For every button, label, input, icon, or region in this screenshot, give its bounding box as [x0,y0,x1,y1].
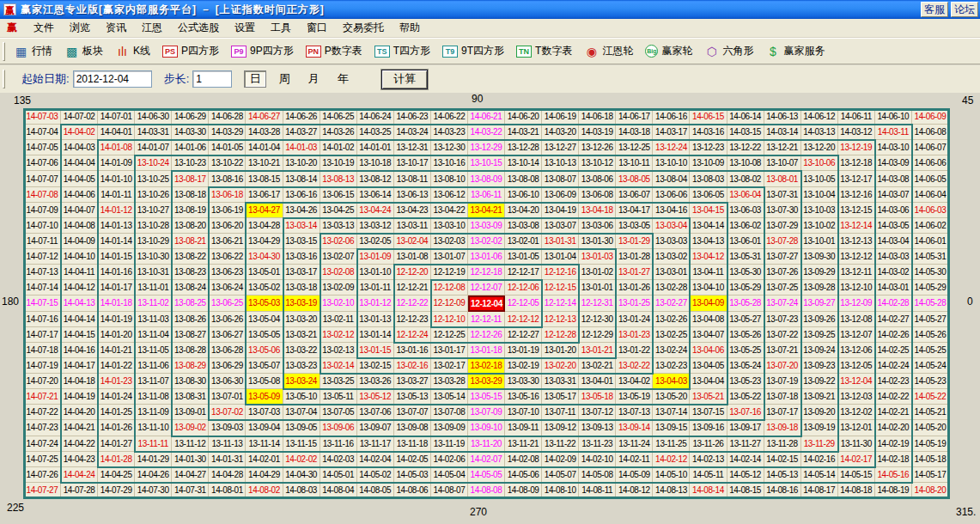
gann-cell: 14-03-07 [875,187,912,203]
menu-item[interactable]: 文件 [26,19,62,37]
gann-cell: 13-08-30 [172,374,209,389]
gann-cell: 14-07-20 [24,374,61,389]
gann-cell: 13-06-28 [209,343,246,358]
gann-cell: 14-06-16 [653,109,690,125]
gann-cell: 13-10-30 [135,249,172,265]
gann-cell: 12-12-09 [431,296,468,311]
angle-label-135: 135 [14,94,31,107]
toolbar-item-hexagon[interactable]: ⬡六角形 [700,42,758,60]
gann-cell: 13-07-31 [764,187,801,203]
gann-cell: 14-02-05 [394,452,431,467]
gann-cell: 14-02-15 [764,452,801,467]
gann-cell: 14-03-04 [875,234,912,249]
menu-item[interactable]: 设置 [227,19,263,37]
gann-cell: 13-07-28 [764,234,801,249]
titlebar-button-service[interactable]: 客服 [921,2,948,17]
gann-cell: 14-03-01 [875,280,912,296]
toolbar-item-kline[interactable]: ılıK线 [111,42,155,60]
menu-item[interactable]: 工具 [263,19,299,37]
gann-cell: 13-06-16 [283,187,320,203]
gann-cell: 13-02-28 [653,280,690,296]
t-number-icon: TN [516,46,532,58]
gann-cell: 14-01-03 [283,140,320,155]
gann-cell: 14-05-01 [320,467,357,483]
gann-cell: 13-01-06 [468,249,505,265]
menu-item[interactable]: 浏览 [62,19,98,37]
gann-cell: 14-06-07 [912,140,949,155]
gann-cell: 14-01-14 [98,234,135,249]
titlebar-button-forum[interactable]: 论坛 [951,2,978,17]
gann-cell: 12-12-11 [468,312,505,327]
gann-cell: 13-12-16 [838,187,875,203]
gann-cell: 14-07-15 [24,296,61,311]
gann-cell: 13-05-30 [727,265,764,280]
gann-cell: 14-08-02 [246,483,283,498]
gann-cell: 14-07-18 [24,343,61,358]
toolbar-item-sectors[interactable]: ▩板块 [60,42,107,60]
gann-cell: 14-03-05 [875,218,912,234]
gann-cell: 13-03-20 [283,312,320,327]
gann-cell: 13-03-22 [283,343,320,358]
gann-cell: 13-06-09 [542,187,579,203]
toolbar-item-t-square[interactable]: TST四方形 [370,42,435,60]
toolbar-item-winner-wheel[interactable]: Big赢家轮 [641,42,697,60]
gann-cell: 14-01-08 [98,140,135,155]
gann-cell: 14-07-29 [98,483,135,498]
gann-cell: 13-01-10 [357,265,394,280]
gann-cell: 14-02-24 [875,358,912,374]
gann-cell: 14-07-14 [24,280,61,296]
step-input[interactable] [192,70,232,88]
toolbar-item-9p-square[interactable]: P99P四方形 [227,42,298,60]
toolbar-item-t-number[interactable]: TNT数字表 [512,42,576,60]
gann-cell: 13-12-14 [838,218,875,234]
controlbar-drag-handle[interactable] [3,70,5,88]
gann-cell: 14-02-18 [875,452,912,467]
gann-cell: 13-05-27 [727,312,764,327]
gann-cell: 14-05-20 [912,420,949,436]
toolbar-item-label: P数字表 [325,44,362,58]
period-button-年[interactable]: 年 [332,70,354,88]
gann-cell: 13-09-08 [394,420,431,436]
gann-cell: 14-03-22 [468,125,505,140]
gann-cell: 12-12-06 [505,280,542,296]
step-label: 步长: [164,71,190,87]
gann-cell: 14-06-14 [727,109,764,125]
period-button-月[interactable]: 月 [302,70,325,88]
gann-cell: 13-09-13 [579,420,616,436]
gann-cell: 13-09-21 [801,389,838,405]
menu-item[interactable]: 窗口 [299,19,335,37]
gann-cell: 13-09-01 [172,405,209,420]
gann-cell: 14-07-06 [24,155,61,171]
period-button-周[interactable]: 周 [273,70,295,88]
gann-cell: 13-04-10 [690,280,727,296]
gann-cell: 14-08-17 [801,483,838,498]
gann-cell: 13-01-25 [616,296,653,311]
toolbar-item-gann-wheel[interactable]: ◉江恩轮 [580,42,637,60]
gann-cell: 14-07-22 [24,405,61,420]
gann-cell: 13-01-27 [616,265,653,280]
gann-cell: 13-10-24 [135,155,172,171]
menu-item[interactable]: 公式选股 [170,19,227,37]
toolbar-item-winner-service[interactable]: $赢家服务 [761,42,829,60]
menu-item[interactable]: 交易委托 [335,19,392,37]
gann-cell: 14-01-20 [98,327,135,343]
gann-cell: 13-09-07 [357,420,394,436]
gann-cell: 13-05-20 [653,389,690,405]
toolbar-item-9t-square[interactable]: T99T四方形 [438,42,508,60]
toolbar-item-p-number[interactable]: PNP数字表 [301,42,367,60]
gann-cell: 12-12-05 [505,296,542,311]
quotes-icon: ▦ [14,45,28,58]
compute-button[interactable]: 计算 [381,70,428,89]
menu-item[interactable]: 资讯 [98,19,134,37]
menu-item[interactable]: 江恩 [134,19,170,37]
gann-cell: 14-05-19 [912,436,949,452]
toolbar-item-quotes[interactable]: ▦行情 [9,42,57,60]
gann-cell: 13-06-26 [209,312,246,327]
gann-cell: 13-04-12 [690,249,727,265]
toolbar-drag-handle[interactable] [3,42,5,61]
period-button-日[interactable]: 日 [244,70,266,88]
toolbar-item-p-square[interactable]: PSP四方形 [158,42,223,60]
menu-item[interactable]: 帮助 [392,19,428,37]
start-date-input[interactable] [73,70,152,88]
gann-cell: 13-01-02 [579,265,616,280]
